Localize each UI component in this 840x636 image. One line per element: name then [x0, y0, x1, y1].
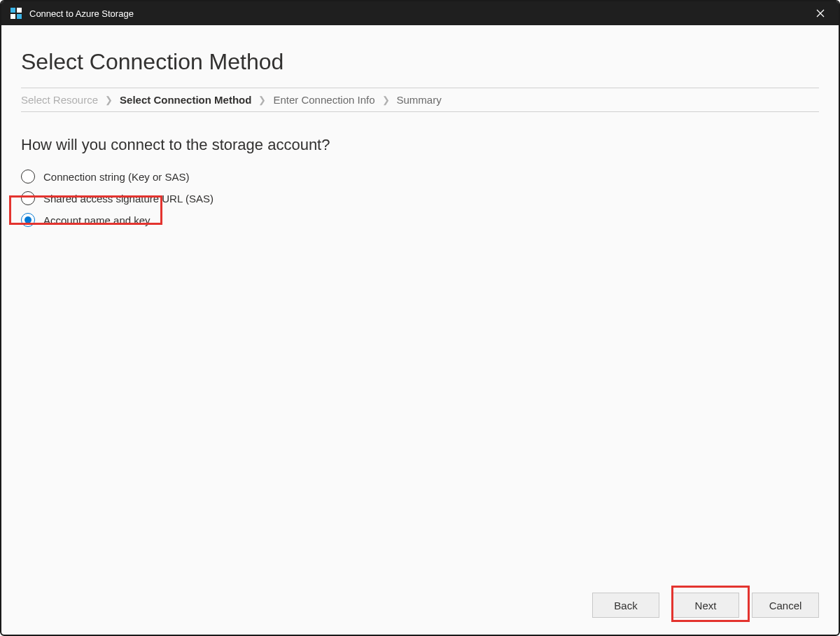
back-button[interactable]: Back: [592, 593, 659, 618]
chevron-right-icon: ❯: [382, 95, 390, 105]
option-sas-url[interactable]: Shared access signature URL (SAS): [21, 191, 222, 205]
cancel-button[interactable]: Cancel: [752, 593, 819, 618]
chevron-right-icon: ❯: [258, 95, 266, 105]
breadcrumb-step-select-resource[interactable]: Select Resource: [21, 94, 98, 106]
window-title: Connect to Azure Storage: [29, 8, 811, 19]
radio-icon: [21, 170, 35, 184]
spacer: [21, 227, 819, 579]
breadcrumb: Select Resource ❯ Select Connection Meth…: [21, 88, 819, 112]
breadcrumb-step-enter-connection-info[interactable]: Enter Connection Info: [273, 94, 374, 106]
svg-rect-3: [17, 14, 22, 19]
svg-rect-1: [17, 8, 22, 13]
content-area: Select Connection Method Select Resource…: [1, 25, 839, 635]
option-label: Shared access signature URL (SAS): [43, 193, 214, 205]
close-icon[interactable]: [811, 4, 830, 23]
footer-buttons: Back Next Cancel: [21, 579, 819, 618]
radio-icon: [21, 191, 35, 205]
dialog-window: Connect to Azure Storage Select Connecti…: [0, 0, 840, 636]
breadcrumb-step-select-connection-method[interactable]: Select Connection Method: [120, 94, 251, 106]
breadcrumb-step-summary[interactable]: Summary: [397, 94, 442, 106]
next-button[interactable]: Next: [672, 593, 739, 618]
page-title: Select Connection Method: [21, 49, 819, 75]
radio-icon: [21, 213, 35, 227]
option-label: Connection string (Key or SAS): [43, 171, 189, 183]
connection-options: Connection string (Key or SAS) Shared ac…: [21, 170, 819, 227]
app-icon: [10, 7, 22, 20]
question-heading: How will you connect to the storage acco…: [21, 136, 819, 154]
option-connection-string[interactable]: Connection string (Key or SAS): [21, 170, 197, 184]
option-label: Account name and key: [43, 214, 150, 226]
svg-rect-0: [10, 8, 15, 13]
chevron-right-icon: ❯: [105, 95, 113, 105]
titlebar: Connect to Azure Storage: [1, 1, 839, 25]
option-account-name-key[interactable]: Account name and key: [21, 213, 159, 227]
svg-rect-2: [10, 14, 15, 19]
